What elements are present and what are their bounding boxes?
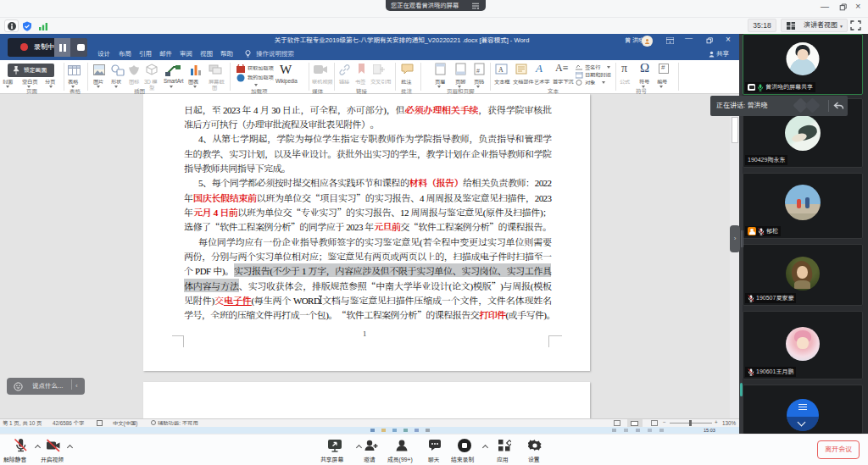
svg-text:#: # [476, 68, 480, 74]
svg-text:A: A [498, 66, 504, 74]
